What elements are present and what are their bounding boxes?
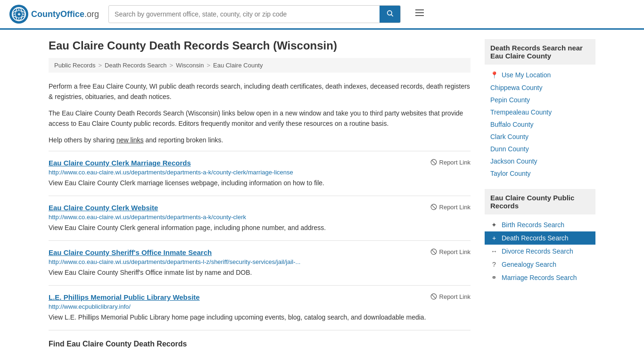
result-title[interactable]: Eau Claire County Clerk Marriage Records bbox=[49, 159, 191, 167]
logo-icon: ✦ bbox=[9, 5, 28, 24]
result-desc: View Eau Claire County Clerk general inf… bbox=[49, 223, 471, 233]
list-item[interactable]: Buffalo County bbox=[485, 118, 595, 131]
result-card: Eau Claire County Sheriff's Office Inmat… bbox=[49, 240, 471, 285]
result-card: L.E. Phillips Memorial Public Library We… bbox=[49, 285, 471, 330]
breadcrumb-wisconsin[interactable]: Wisconsin bbox=[176, 62, 204, 69]
use-my-location-link[interactable]: Use My Location bbox=[502, 71, 551, 79]
main-content: Eau Claire County Death Records Search (… bbox=[49, 39, 471, 348]
genealogy-link[interactable]: Genealogy Search bbox=[502, 261, 556, 268]
report-icon bbox=[430, 248, 437, 255]
result-url[interactable]: http://www.co.eau-claire.wi.us/departmen… bbox=[49, 258, 471, 265]
report-icon bbox=[430, 159, 437, 165]
svg-line-20 bbox=[431, 295, 435, 298]
result-title[interactable]: Eau Claire County Clerk Website bbox=[49, 204, 158, 212]
breadcrumb-eau-claire[interactable]: Eau Claire County bbox=[213, 62, 263, 69]
new-links-link[interactable]: new links bbox=[116, 136, 144, 144]
divorce-icon: ↔ bbox=[490, 247, 498, 255]
report-link[interactable]: Report Link bbox=[430, 159, 471, 166]
svg-text:✦: ✦ bbox=[17, 12, 21, 17]
result-title[interactable]: L.E. Phillips Memorial Public Library We… bbox=[49, 293, 200, 301]
breadcrumb-public-records[interactable]: Public Records bbox=[54, 62, 95, 69]
death-icon: + bbox=[490, 234, 498, 242]
sidebar-item-marriage-records[interactable]: ⚭ Marriage Records Search bbox=[485, 271, 595, 284]
report-link[interactable]: Report Link bbox=[430, 204, 471, 211]
county-link[interactable]: Chippewa County bbox=[490, 84, 543, 91]
list-item[interactable]: Clark County bbox=[485, 131, 595, 143]
result-url[interactable]: http://www.co.eau-claire.wi.us/departmen… bbox=[49, 214, 471, 221]
county-link[interactable]: Dunn County bbox=[490, 145, 529, 153]
birth-records-link[interactable]: Birth Records Search bbox=[502, 221, 564, 229]
sidebar-item-genealogy[interactable]: ? Genealogy Search bbox=[485, 258, 595, 271]
breadcrumb-death-records[interactable]: Death Records Search bbox=[105, 62, 167, 69]
result-header: Eau Claire County Clerk Marriage Records… bbox=[49, 159, 471, 167]
hamburger-menu[interactable] bbox=[410, 5, 429, 23]
result-url[interactable]: http://www.ecpubliclibrary.info/ bbox=[49, 303, 471, 310]
result-header: Eau Claire County Clerk Website Report L… bbox=[49, 204, 471, 212]
use-my-location-item[interactable]: 📍 Use My Location bbox=[485, 68, 595, 82]
county-link[interactable]: Jackson County bbox=[490, 157, 537, 165]
search-bar[interactable] bbox=[108, 5, 401, 23]
county-link[interactable]: Clark County bbox=[490, 133, 528, 140]
description-3: Help others by sharing new links and rep… bbox=[49, 135, 471, 145]
site-header: ✦ CountyOffice.org bbox=[0, 0, 644, 30]
report-icon bbox=[430, 293, 437, 300]
find-section-heading: Find Eau Claire County Death Records bbox=[49, 340, 471, 348]
location-icon: 📍 bbox=[490, 71, 498, 79]
page-title: Eau Claire County Death Records Search (… bbox=[49, 39, 471, 52]
list-item[interactable]: Chippewa County bbox=[485, 82, 595, 94]
result-desc: View Eau Claire County Sheriff's Office … bbox=[49, 268, 471, 278]
list-item[interactable]: Dunn County bbox=[485, 143, 595, 155]
list-item[interactable]: Pepin County bbox=[485, 94, 595, 106]
county-link[interactable]: Trempealeau County bbox=[490, 108, 552, 116]
result-desc: View L.E. Phillips Memorial Public Libra… bbox=[49, 313, 471, 322]
divorce-records-link[interactable]: Divorce Records Search bbox=[502, 247, 573, 255]
county-link[interactable]: Buffalo County bbox=[490, 121, 534, 128]
description-2: The Eau Claire County Death Records Sear… bbox=[49, 108, 471, 129]
result-desc: View Eau Claire County Clerk marriage li… bbox=[49, 178, 471, 188]
death-records-link[interactable]: Death Records Search bbox=[502, 234, 569, 242]
content-wrapper: Eau Claire County Death Records Search (… bbox=[39, 30, 605, 358]
list-item[interactable]: Jackson County bbox=[485, 155, 595, 167]
sidebar-item-birth-records[interactable]: ✦ Birth Records Search bbox=[485, 218, 595, 231]
breadcrumb: Public Records > Death Records Search > … bbox=[49, 58, 471, 73]
result-title[interactable]: Eau Claire County Sheriff's Office Inmat… bbox=[49, 248, 212, 256]
description-1: Perform a free Eau Claire County, WI pub… bbox=[49, 81, 471, 102]
svg-line-18 bbox=[431, 250, 435, 254]
search-input[interactable] bbox=[109, 7, 380, 22]
report-link[interactable]: Report Link bbox=[430, 293, 471, 300]
result-url[interactable]: http://www.co.eau-claire.wi.us/departmen… bbox=[49, 169, 471, 176]
county-list: Chippewa County Pepin County Trempealeau… bbox=[485, 82, 595, 180]
results-list: Eau Claire County Clerk Marriage Records… bbox=[49, 151, 471, 330]
result-card: Eau Claire County Clerk Marriage Records… bbox=[49, 151, 471, 196]
result-header: Eau Claire County Sheriff's Office Inmat… bbox=[49, 248, 471, 256]
site-logo[interactable]: ✦ CountyOffice.org bbox=[9, 5, 99, 24]
sidebar: Death Records Search near Eau Claire Cou… bbox=[485, 39, 595, 348]
list-item[interactable]: Trempealeau County bbox=[485, 106, 595, 118]
genealogy-icon: ? bbox=[490, 261, 498, 268]
sidebar-item-death-records[interactable]: + Death Records Search bbox=[485, 231, 595, 245]
county-link[interactable]: Pepin County bbox=[490, 96, 530, 104]
result-header: L.E. Phillips Memorial Public Library We… bbox=[49, 293, 471, 301]
sidebar-item-divorce-records[interactable]: ↔ Divorce Records Search bbox=[485, 245, 595, 258]
birth-icon: ✦ bbox=[490, 221, 498, 229]
svg-line-9 bbox=[391, 15, 393, 16]
public-records-section: Eau Claire County Public Records ✦ Birth… bbox=[485, 189, 595, 284]
report-icon bbox=[430, 204, 437, 210]
nearby-section-title: Death Records Search near Eau Claire Cou… bbox=[485, 39, 595, 65]
list-item[interactable]: Taylor County bbox=[485, 167, 595, 180]
menu-icon bbox=[414, 7, 425, 18]
marriage-records-link[interactable]: Marriage Records Search bbox=[502, 274, 577, 281]
county-link[interactable]: Taylor County bbox=[490, 170, 531, 177]
svg-line-16 bbox=[431, 205, 435, 209]
svg-line-14 bbox=[431, 160, 435, 164]
result-card: Eau Claire County Clerk Website Report L… bbox=[49, 196, 471, 240]
public-records-title: Eau Claire County Public Records bbox=[485, 189, 595, 214]
marriage-icon: ⚭ bbox=[490, 274, 498, 281]
logo-text: CountyOffice.org bbox=[31, 9, 99, 19]
nearby-section: Death Records Search near Eau Claire Cou… bbox=[485, 39, 595, 180]
search-icon bbox=[386, 9, 394, 17]
svg-point-8 bbox=[388, 11, 392, 15]
search-button[interactable] bbox=[380, 6, 400, 23]
report-link[interactable]: Report Link bbox=[430, 248, 471, 255]
